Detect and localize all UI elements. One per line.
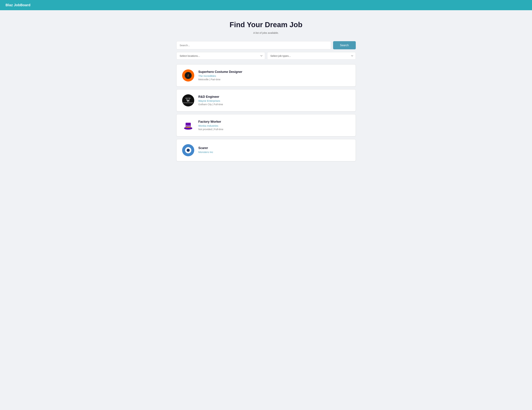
- job-info: Scarer Monsters Inc: [198, 146, 350, 154]
- job-card[interactable]: i Superhero Costume Designer The Incredi…: [176, 64, 356, 86]
- svg-rect-3: [186, 127, 191, 128]
- job-company: Wonka Industries: [198, 124, 350, 127]
- job-meta: Not provided | Full-time: [198, 128, 350, 131]
- company-logo: WAYNE W ENTERPRISES: [182, 94, 194, 106]
- job-info: Factory Worker Wonka Industries Not prov…: [198, 120, 350, 131]
- company-logo: [182, 144, 194, 156]
- job-meta: Gotham City | Full-time: [198, 103, 350, 106]
- main-content: Search Select locations... Select job ty…: [171, 41, 361, 172]
- job-list: i Superhero Costume Designer The Incredi…: [176, 64, 356, 161]
- search-row: Search: [176, 41, 356, 49]
- job-type-filter[interactable]: Select job types...: [267, 52, 356, 60]
- job-title: Scarer: [198, 146, 350, 150]
- brand-name: Blaz JobBoard: [6, 3, 30, 7]
- job-title: Superhero Costume Designer: [198, 70, 350, 74]
- company-logo: i: [182, 69, 194, 82]
- job-title: R&D Engineer: [198, 95, 350, 99]
- job-card[interactable]: Wonka Factory Worker Wonka Industries No…: [176, 114, 356, 136]
- job-company: Monsters Inc: [198, 150, 350, 154]
- hero-subtitle: A list of jobs available.: [3, 31, 529, 34]
- search-button[interactable]: Search: [333, 41, 356, 49]
- hero-title: Find Your Dream Job: [3, 21, 529, 29]
- company-logo: Wonka: [182, 119, 194, 131]
- hero-section: Find Your Dream Job A list of jobs avail…: [0, 10, 532, 41]
- job-company: Wayne Enterprises: [198, 99, 350, 102]
- job-card[interactable]: WAYNE W ENTERPRISES R&D Engineer Wayne E…: [176, 89, 356, 112]
- job-info: R&D Engineer Wayne Enterprises Gotham Ci…: [198, 95, 350, 106]
- filter-row: Select locations... Select job types...: [176, 52, 356, 60]
- job-info: Superhero Costume Designer The Incredibl…: [198, 70, 350, 81]
- header: Blaz JobBoard: [0, 0, 532, 10]
- job-company: The Incredibles: [198, 75, 350, 77]
- svg-text:Wonka: Wonka: [186, 125, 190, 127]
- search-input[interactable]: [176, 41, 331, 49]
- job-card[interactable]: Scarer Monsters Inc: [176, 139, 356, 161]
- job-title: Factory Worker: [198, 120, 350, 124]
- job-meta: Metroville | Part-time: [198, 78, 350, 81]
- location-filter[interactable]: Select locations...: [176, 52, 265, 60]
